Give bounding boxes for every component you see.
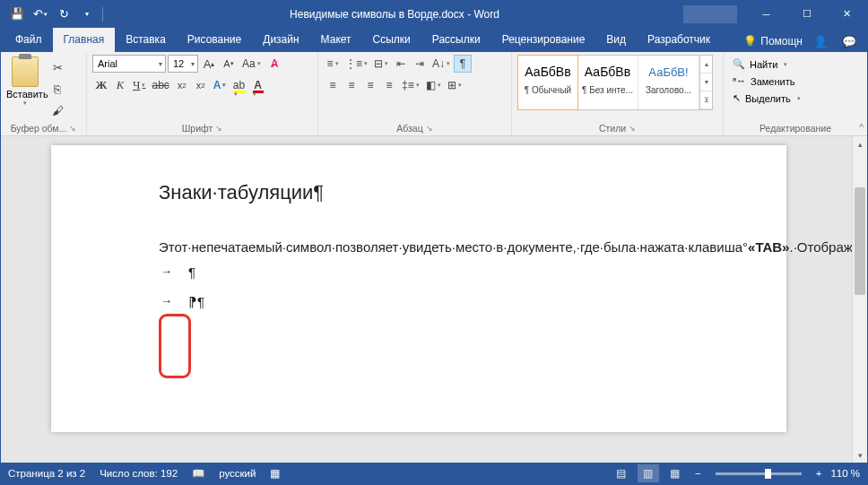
web-layout-button[interactable]: ▦ [664, 464, 686, 482]
text-effects-button[interactable]: A [211, 76, 230, 94]
font-name-combo[interactable]: Arial▾ [92, 55, 166, 73]
word-count[interactable]: Число слов: 192 [100, 468, 178, 479]
scroll-up-button[interactable]: ▴ [853, 136, 867, 152]
redo-button[interactable]: ↻ [53, 4, 74, 25]
group-paragraph: ≡ ⋮≡ ⊟ ⇤ ⇥ A↓ ¶ ≡ ≡ ≡ ≡ ‡≡ ◧ ⊞ [318, 52, 512, 135]
zoom-thumb[interactable] [765, 469, 771, 479]
tab-home[interactable]: Главная [53, 28, 116, 52]
strike-button[interactable]: abc [149, 76, 171, 94]
format-painter-button[interactable]: 🖌 [48, 101, 67, 119]
scroll-thumb[interactable] [855, 187, 865, 295]
superscript-button[interactable]: x2 [192, 76, 210, 94]
scroll-track[interactable] [853, 152, 867, 447]
borders-button[interactable]: ⊞ [445, 76, 464, 94]
vertical-scrollbar[interactable]: ▴ ▾ [852, 136, 867, 463]
tab-example-line-2[interactable]: →⁋¶ [159, 287, 742, 316]
align-left-button[interactable]: ≡ [324, 76, 342, 94]
tab-review[interactable]: Рецензирование [491, 28, 596, 52]
body-paragraph[interactable]: Этот·непечатаемый·символ·позволяет·увиде… [159, 217, 742, 257]
style-normal[interactable]: АаБбВв ¶ Обычный [517, 55, 578, 110]
page[interactable]: Знаки·табуляции¶ Этот·непечатаемый·симво… [51, 145, 786, 432]
copy-button[interactable]: ⎘ [48, 80, 67, 98]
replace-button[interactable]: ᵃ↔Заменить [729, 74, 862, 89]
cut-button[interactable]: ✂ [48, 58, 67, 76]
change-case-button[interactable]: Aa [239, 55, 264, 73]
print-layout-button[interactable]: ▥ [638, 464, 659, 482]
font-color-button[interactable]: A [248, 76, 266, 94]
paste-button[interactable]: Вставить ▾ [6, 55, 44, 107]
read-mode-button[interactable]: ▤ [611, 464, 632, 482]
font-size-combo[interactable]: 12▾ [168, 55, 198, 73]
increase-indent-button[interactable]: ⇥ [411, 55, 429, 73]
document-scroll[interactable]: Знаки·табуляции¶ Этот·непечатаемый·симво… [1, 136, 852, 463]
scroll-down-button[interactable]: ▾ [853, 447, 867, 463]
zoom-out-button[interactable]: − [691, 468, 705, 479]
qat-customize[interactable]: ▾ [76, 4, 98, 25]
tab-developer[interactable]: Разработчик [637, 28, 721, 52]
maximize-button[interactable]: ☐ [786, 1, 827, 27]
highlight-button[interactable]: ab [230, 76, 247, 94]
tell-me-search[interactable]: 💡Помощн [743, 35, 803, 48]
select-button[interactable]: ↖Выделить▾ [729, 91, 862, 106]
zoom-level[interactable]: 110 % [830, 468, 860, 479]
gallery-more[interactable]: ⊻ [700, 91, 712, 109]
paragraph-dialog-launcher[interactable]: ↘ [426, 124, 433, 133]
tab-layout[interactable]: Макет [310, 28, 362, 52]
bullets-button[interactable]: ≡ [324, 55, 342, 73]
line-spacing-button[interactable]: ‡≡ [399, 76, 422, 94]
styles-dialog-launcher[interactable]: ↘ [629, 124, 636, 133]
tab-mailings[interactable]: Рассылки [421, 28, 491, 52]
page-status[interactable]: Страница 2 из 2 [8, 468, 85, 479]
tab-view[interactable]: Вид [595, 28, 637, 52]
red-highlight-box [159, 314, 191, 378]
bold-button[interactable]: Ж [92, 76, 110, 94]
style-no-spacing[interactable]: АаБбВв ¶ Без инте... [577, 56, 638, 109]
justify-button[interactable]: ≡ [380, 76, 398, 94]
tab-insert[interactable]: Вставка [115, 28, 177, 52]
close-button[interactable]: ✕ [827, 1, 867, 27]
tab-arrow-icon: → [161, 259, 172, 285]
tab-file[interactable]: Файл [4, 28, 53, 52]
save-button[interactable]: 💾 [6, 4, 28, 25]
style-heading1[interactable]: АаБбВ! Заголово... [638, 56, 699, 109]
find-button[interactable]: 🔍Найти▾ [729, 56, 862, 72]
show-hide-marks-button[interactable]: ¶ [454, 55, 472, 73]
zoom-slider[interactable] [716, 472, 802, 475]
collapse-ribbon-button[interactable]: ^ [859, 123, 864, 133]
separator [102, 7, 103, 22]
tab-design[interactable]: Дизайн [252, 28, 309, 52]
gallery-down[interactable]: ▾ [700, 74, 712, 91]
heading-text[interactable]: Знаки·табуляции¶ [159, 181, 742, 204]
gallery-up[interactable]: ▴ [700, 56, 712, 74]
clipboard-dialog-launcher[interactable]: ↘ [69, 124, 76, 133]
undo-button[interactable]: ↶▾ [30, 4, 51, 25]
quick-access-toolbar: 💾 ↶▾ ↻ ▾ [1, 4, 106, 25]
grow-font-button[interactable]: A▴ [200, 55, 218, 73]
align-center-button[interactable]: ≡ [343, 76, 360, 94]
shading-button[interactable]: ◧ [423, 76, 444, 94]
shrink-font-button[interactable]: A▾ [220, 55, 238, 73]
spellcheck-icon[interactable]: 📖 [192, 467, 204, 480]
account-area[interactable] [683, 5, 737, 23]
share-button[interactable]: 👤 [810, 30, 831, 52]
window-controls: ─ ☐ ✕ [746, 1, 867, 27]
multilevel-button[interactable]: ⊟ [371, 55, 391, 73]
tab-draw[interactable]: Рисование [177, 28, 252, 52]
subscript-button[interactable]: x2 [173, 76, 191, 94]
comments-button[interactable]: 💬 [838, 30, 860, 52]
font-dialog-launcher[interactable]: ↘ [215, 124, 222, 133]
language-status[interactable]: русский [219, 468, 256, 479]
italic-button[interactable]: К [111, 76, 129, 94]
decrease-indent-button[interactable]: ⇤ [392, 55, 410, 73]
clear-format-button[interactable]: A̷ [265, 55, 283, 73]
numbering-button[interactable]: ⋮≡ [343, 55, 370, 73]
tab-example-line-1[interactable]: →¶ [159, 257, 742, 287]
macro-icon[interactable]: ▦ [270, 467, 280, 480]
styles-gallery[interactable]: АаБбВв ¶ Обычный АаБбВв ¶ Без инте... Аа… [517, 55, 713, 110]
minimize-button[interactable]: ─ [746, 1, 786, 27]
underline-button[interactable]: Ч [130, 76, 148, 94]
tab-references[interactable]: Ссылки [362, 28, 421, 52]
sort-button[interactable]: A↓ [430, 55, 453, 73]
align-right-button[interactable]: ≡ [361, 76, 379, 94]
zoom-in-button[interactable]: + [812, 468, 826, 479]
